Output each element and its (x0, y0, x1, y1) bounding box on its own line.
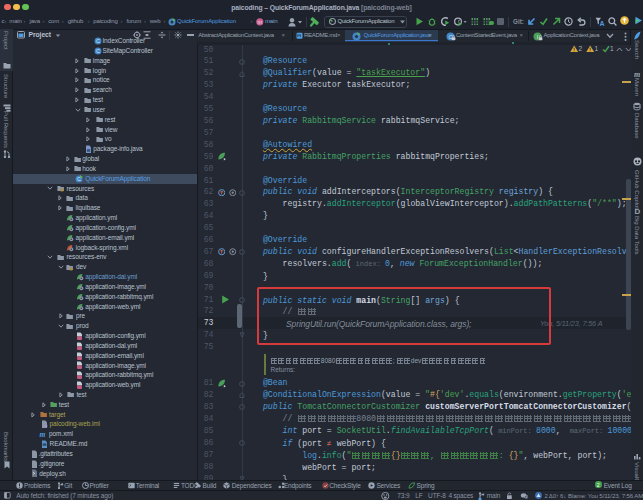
svg-text:m: m (633, 70, 639, 78)
svg-text:D: D (634, 207, 640, 215)
